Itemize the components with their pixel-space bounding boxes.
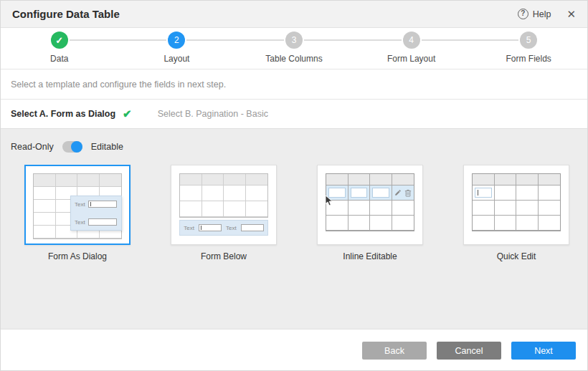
mini-input xyxy=(88,218,117,226)
selection-row: Select A. Form as Dialog ✔ Select B. Pag… xyxy=(1,100,587,129)
template-label: Quick Edit xyxy=(497,251,536,261)
template-section: Read-Only Editable Text xyxy=(1,129,587,329)
template-label: Form As Dialog xyxy=(48,251,107,261)
mini-input xyxy=(199,224,222,231)
step-label: Form Layout xyxy=(387,54,435,64)
instruction-text: Select a template and configure the fiel… xyxy=(11,80,226,90)
instruction-row: Select a template and configure the fiel… xyxy=(1,69,587,100)
mini-input xyxy=(351,188,368,198)
mini-input xyxy=(372,188,389,198)
step-label: Layout xyxy=(163,54,189,64)
template-card-form-below[interactable]: Text Text Form Below xyxy=(171,165,277,261)
step-label: Table Columns xyxy=(265,54,322,64)
close-icon[interactable]: ✕ xyxy=(566,9,576,19)
step-number: 2 xyxy=(168,32,185,49)
editable-label: Editable xyxy=(91,142,123,152)
mini-field-label: Text xyxy=(75,201,85,208)
mini-input xyxy=(475,188,492,198)
edit-mode-toggle[interactable] xyxy=(62,141,82,153)
template-card-inline-editable[interactable]: Inline Editable xyxy=(317,165,423,261)
help-icon: ? xyxy=(518,9,528,19)
template-thumbnail xyxy=(317,165,423,245)
step-form-fields[interactable]: 5 Form Fields xyxy=(470,32,587,69)
step-number: 3 xyxy=(285,32,303,49)
mini-table xyxy=(179,173,268,218)
step-indicator: ✓ Data 2 Layout 3 Table Columns 4 Form L… xyxy=(1,28,587,69)
selection-b-label[interactable]: Select B. Pagination - Basic xyxy=(158,109,268,119)
cancel-button[interactable]: Cancel xyxy=(437,342,501,360)
step-label: Data xyxy=(50,54,68,64)
text-cursor xyxy=(90,202,91,206)
template-label: Form Below xyxy=(201,251,247,261)
pencil-icon xyxy=(394,189,402,196)
mini-field-label: Text xyxy=(226,225,237,231)
mini-form-strip: Text Text xyxy=(179,220,268,236)
step-number: 5 xyxy=(520,32,537,49)
read-only-label: Read-Only xyxy=(11,142,54,152)
mini-input xyxy=(241,224,264,231)
toggle-knob xyxy=(71,141,82,153)
titlebar: Configure Data Table ? Help ✕ xyxy=(1,1,587,28)
template-cards: Text Text Form As Dialog xyxy=(1,155,587,261)
template-card-form-as-dialog[interactable]: Text Text Form As Dialog xyxy=(24,165,131,261)
selected-check-icon: ✔ xyxy=(123,107,132,120)
template-card-quick-edit[interactable]: Quick Edit xyxy=(463,165,569,261)
mini-table xyxy=(472,173,561,231)
step-label: Form Fields xyxy=(506,54,551,64)
cursor-arrow-icon xyxy=(325,196,333,206)
mini-table xyxy=(326,173,414,231)
trash-icon xyxy=(404,189,412,197)
help-label: Help xyxy=(533,9,551,19)
step-number: 4 xyxy=(403,32,420,49)
template-thumbnail xyxy=(463,165,569,245)
template-thumbnail: Text Text xyxy=(24,165,131,245)
next-button[interactable]: Next xyxy=(511,342,576,360)
text-cursor xyxy=(478,190,478,196)
page-title: Configure Data Table xyxy=(12,8,120,20)
step-layout[interactable]: 2 Layout xyxy=(118,32,236,69)
mini-dialog: Text Text xyxy=(70,196,122,231)
mini-field-label: Text xyxy=(184,225,194,231)
mini-input xyxy=(88,201,117,208)
footer: Back Cancel Next xyxy=(1,329,587,371)
selection-a-label[interactable]: Select A. Form as Dialog xyxy=(11,109,115,119)
template-label: Inline Editable xyxy=(343,251,397,261)
text-cursor xyxy=(201,226,201,230)
step-table-columns[interactable]: 3 Table Columns xyxy=(235,32,353,69)
step-data[interactable]: ✓ Data xyxy=(1,32,118,69)
edit-mode-toggle-row: Read-Only Editable xyxy=(1,138,587,155)
check-icon: ✓ xyxy=(51,32,68,49)
step-form-layout[interactable]: 4 Form Layout xyxy=(353,32,470,69)
back-button[interactable]: Back xyxy=(362,342,427,360)
mini-field-label: Text xyxy=(75,219,85,226)
template-thumbnail: Text Text xyxy=(171,165,277,245)
help-button[interactable]: ? Help xyxy=(518,9,551,19)
